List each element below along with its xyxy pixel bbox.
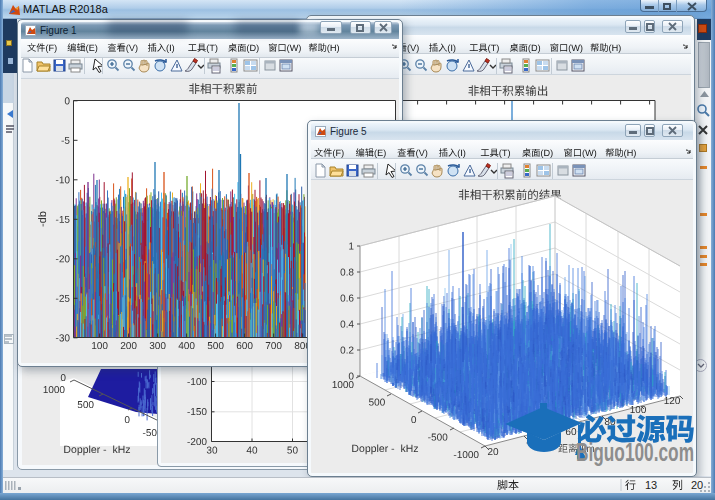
svg-text:Biguo100.com: Biguo100.com (576, 437, 694, 467)
